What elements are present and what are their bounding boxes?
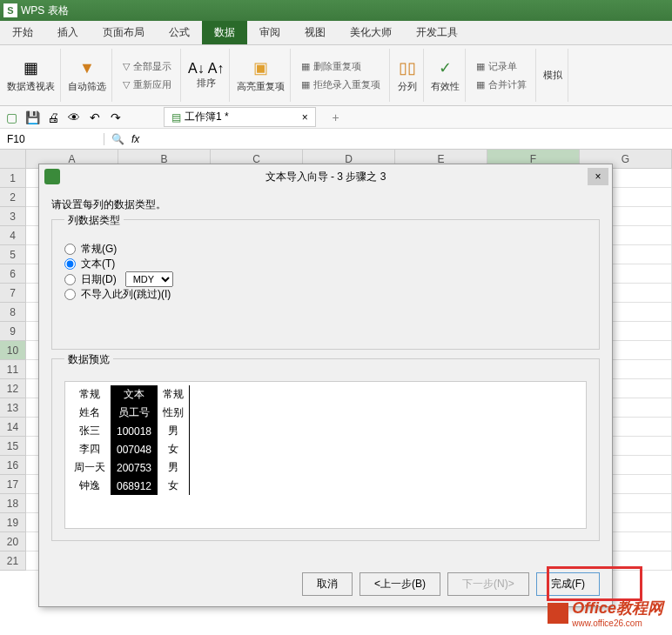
next-button: 下一步(N)> [447, 572, 529, 596]
remove-dup-label: 删除重复项 [313, 60, 361, 73]
print-icon[interactable]: 🖨 [45, 110, 61, 125]
row-header-1[interactable]: 1 [0, 169, 26, 188]
radio-text-input[interactable] [64, 258, 76, 270]
pivot-icon: ▦ [21, 57, 42, 78]
row-header-15[interactable]: 15 [0, 437, 26, 456]
dialog-close-button[interactable]: × [588, 168, 608, 185]
menu-start[interactable]: 开始 [0, 21, 45, 44]
radio-general[interactable]: 常规(G) [64, 242, 587, 257]
file-icon: ▤ [171, 111, 181, 124]
row-header-10[interactable]: 10 [0, 341, 26, 360]
row-header-17[interactable]: 17 [0, 475, 26, 494]
tab-close-icon[interactable]: × [302, 111, 308, 124]
menu-insert[interactable]: 插入 [45, 21, 91, 44]
select-all-corner[interactable] [0, 150, 26, 168]
highlight-label: 高亮重复项 [237, 80, 285, 93]
radio-general-input[interactable] [64, 244, 76, 255]
row-header-6[interactable]: 6 [0, 264, 26, 284]
menu-layout[interactable]: 页面布局 [91, 21, 157, 44]
row-header-14[interactable]: 14 [0, 418, 26, 437]
validation-button[interactable]: ✓ 有效性 [431, 57, 460, 93]
cancel-button[interactable]: 取消 [302, 572, 353, 596]
back-button[interactable]: <上一步(B) [360, 572, 440, 596]
redo-icon[interactable]: ↷ [108, 110, 124, 125]
sort-desc-icon[interactable]: A↑ [208, 61, 225, 77]
radio-skip-label: 不导入此列(跳过)(I) [81, 287, 171, 302]
row-header-18[interactable]: 18 [0, 494, 26, 513]
sort-button[interactable]: 排序 [197, 77, 216, 90]
highlight-dup-button[interactable]: ▣ 高亮重复项 [237, 57, 285, 93]
preview-icon[interactable]: 👁 [66, 110, 82, 125]
row-header-11[interactable]: 11 [0, 360, 26, 379]
sort-asc-icon[interactable]: A↓ [188, 61, 205, 77]
reapply-icon: ▽ [123, 79, 130, 90]
reject-dup-button[interactable]: ▦拒绝录入重复项 [298, 77, 384, 93]
showall-icon: ▽ [123, 61, 130, 72]
consolidate-button[interactable]: ▦合并计算 [473, 77, 530, 93]
formula-bar: F10 🔍 fx [0, 129, 672, 150]
menu-formula[interactable]: 公式 [157, 21, 202, 44]
reapply-button[interactable]: ▽重新应用 [119, 77, 175, 93]
radio-date[interactable]: 日期(D) MDY [64, 271, 587, 287]
showall-button[interactable]: ▽全部显示 [119, 58, 175, 75]
column-type-group: 列数据类型 常规(G) 文本(T) 日期(D) MDY 不导入此列(跳过)(I) [51, 219, 600, 350]
name-box[interactable]: F10 [0, 133, 104, 145]
split-label: 分列 [398, 80, 417, 93]
pivot-button[interactable]: ▦ 数据透视表 [7, 57, 55, 93]
highlight-icon: ▣ [251, 57, 272, 78]
save-icon[interactable]: 💾 [24, 110, 40, 125]
autofilter-button[interactable]: ▼ 自动筛选 [68, 57, 106, 93]
menu-dev[interactable]: 开发工具 [404, 21, 470, 44]
record-form-button[interactable]: ▦记录单 [473, 58, 530, 75]
row-header-13[interactable]: 13 [0, 398, 26, 418]
dialog-logo-icon [44, 169, 60, 184]
row-headers: 123456789101112131415161718192021 [0, 169, 26, 571]
menu-view[interactable]: 视图 [292, 21, 338, 44]
app-title: WPS 表格 [21, 3, 69, 18]
validation-label: 有效性 [431, 80, 460, 93]
split-icon: ▯▯ [397, 57, 418, 78]
new-icon[interactable]: ▢ [3, 110, 19, 125]
menu-beautify[interactable]: 美化大师 [338, 21, 404, 44]
finish-button[interactable]: 完成(F) [536, 572, 600, 596]
remove-dup-button[interactable]: ▦删除重复项 [298, 58, 384, 75]
radio-skip[interactable]: 不导入此列(跳过)(I) [64, 287, 587, 302]
dialog-instruction: 请设置每列的数据类型。 [51, 197, 600, 212]
fx-icon[interactable]: fx [131, 133, 139, 145]
row-header-21[interactable]: 21 [0, 551, 26, 571]
consolidate-label: 合并计算 [488, 78, 527, 91]
showall-label: 全部显示 [133, 60, 171, 73]
row-header-8[interactable]: 8 [0, 303, 26, 322]
group-label: 列数据类型 [64, 213, 124, 228]
row-header-3[interactable]: 3 [0, 207, 26, 226]
dialog-titlebar[interactable]: 文本导入向导 - 3 步骤之 3 × [39, 164, 612, 189]
row-header-9[interactable]: 9 [0, 322, 26, 341]
preview-box[interactable]: 常规文本常规姓名员工号性别张三100018男李四007048女周一天200753… [64, 381, 587, 529]
row-header-4[interactable]: 4 [0, 226, 26, 245]
text-to-cols-button[interactable]: ▯▯ 分列 [397, 57, 418, 93]
row-header-7[interactable]: 7 [0, 284, 26, 303]
radio-skip-input[interactable] [64, 289, 76, 300]
text-import-wizard-dialog: 文本导入向导 - 3 步骤之 3 × 请设置每列的数据类型。 列数据类型 常规(… [38, 164, 613, 607]
menu-data[interactable]: 数据 [202, 21, 247, 44]
preview-table: 常规文本常规姓名员工号性别张三100018男李四007048女周一天200753… [69, 385, 190, 495]
row-header-12[interactable]: 12 [0, 379, 26, 398]
date-format-select[interactable]: MDY [125, 271, 173, 287]
row-header-19[interactable]: 19 [0, 513, 26, 532]
workbook-tab[interactable]: ▤ 工作簿1 * × [164, 107, 316, 127]
radio-date-input[interactable] [64, 274, 76, 285]
undo-icon[interactable]: ↶ [87, 110, 103, 125]
add-tab-icon[interactable]: + [328, 110, 344, 125]
row-header-20[interactable]: 20 [0, 532, 26, 551]
radio-text[interactable]: 文本(T) [64, 257, 587, 271]
quick-access-bar: ▢ 💾 🖨 👁 ↶ ↷ ▤ 工作簿1 * × + [0, 106, 672, 129]
dialog-button-row: 取消 <上一步(B) 下一步(N)> 完成(F) [302, 572, 600, 596]
search-icon[interactable]: 🔍 [111, 133, 124, 145]
whatif-label[interactable]: 模拟 [543, 69, 562, 82]
menu-review[interactable]: 审阅 [247, 21, 292, 44]
row-header-5[interactable]: 5 [0, 245, 26, 264]
title-bar: S WPS 表格 [0, 0, 672, 21]
row-header-2[interactable]: 2 [0, 188, 26, 207]
row-header-16[interactable]: 16 [0, 456, 26, 475]
watermark: Office教程网 www.office26.com [548, 598, 663, 628]
